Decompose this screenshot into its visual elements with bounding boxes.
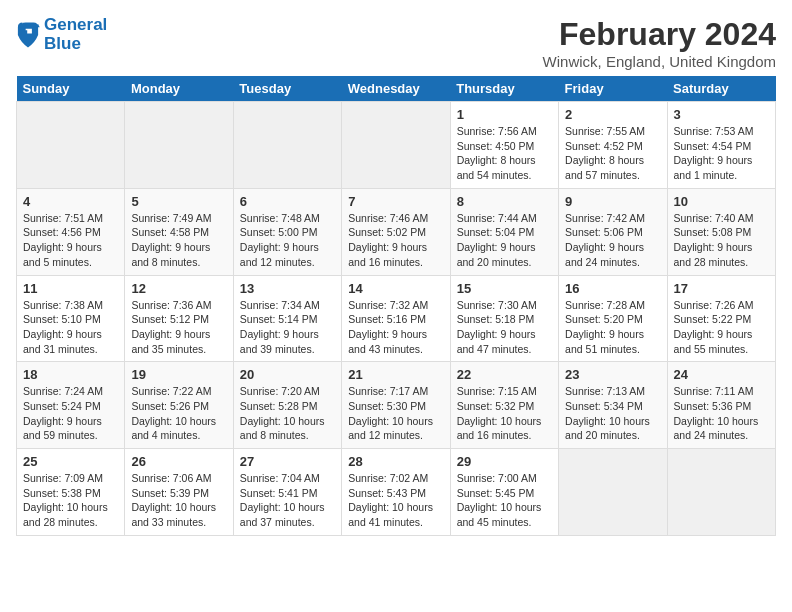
logo-text: General Blue [44,16,107,53]
header-tuesday: Tuesday [233,76,341,102]
day-number: 15 [457,281,552,296]
cell-3-1: 19Sunrise: 7:22 AMSunset: 5:26 PMDayligh… [125,362,233,449]
page-header: General Blue February 2024 Winwick, Engl… [16,16,776,70]
week-row-1: 1Sunrise: 7:56 AMSunset: 4:50 PMDaylight… [17,102,776,189]
day-number: 18 [23,367,118,382]
cell-3-6: 24Sunrise: 7:11 AMSunset: 5:36 PMDayligh… [667,362,775,449]
cell-3-2: 20Sunrise: 7:20 AMSunset: 5:28 PMDayligh… [233,362,341,449]
day-info: Sunrise: 7:15 AMSunset: 5:32 PMDaylight:… [457,384,552,443]
day-info: Sunrise: 7:49 AMSunset: 4:58 PMDaylight:… [131,211,226,270]
day-number: 17 [674,281,769,296]
cell-1-0: 4Sunrise: 7:51 AMSunset: 4:56 PMDaylight… [17,188,125,275]
logo-icon [16,21,40,49]
cell-0-6: 3Sunrise: 7:53 AMSunset: 4:54 PMDaylight… [667,102,775,189]
day-number: 4 [23,194,118,209]
cell-0-0 [17,102,125,189]
header-sunday: Sunday [17,76,125,102]
day-info: Sunrise: 7:51 AMSunset: 4:56 PMDaylight:… [23,211,118,270]
day-number: 12 [131,281,226,296]
logo: General Blue [16,16,107,53]
day-number: 25 [23,454,118,469]
day-number: 20 [240,367,335,382]
cell-1-5: 9Sunrise: 7:42 AMSunset: 5:06 PMDaylight… [559,188,667,275]
day-number: 21 [348,367,443,382]
header-friday: Friday [559,76,667,102]
cell-2-0: 11Sunrise: 7:38 AMSunset: 5:10 PMDayligh… [17,275,125,362]
header-thursday: Thursday [450,76,558,102]
day-number: 19 [131,367,226,382]
cell-3-3: 21Sunrise: 7:17 AMSunset: 5:30 PMDayligh… [342,362,450,449]
day-number: 2 [565,107,660,122]
cell-2-2: 13Sunrise: 7:34 AMSunset: 5:14 PMDayligh… [233,275,341,362]
cell-0-4: 1Sunrise: 7:56 AMSunset: 4:50 PMDaylight… [450,102,558,189]
cell-1-1: 5Sunrise: 7:49 AMSunset: 4:58 PMDaylight… [125,188,233,275]
week-row-2: 4Sunrise: 7:51 AMSunset: 4:56 PMDaylight… [17,188,776,275]
day-info: Sunrise: 7:48 AMSunset: 5:00 PMDaylight:… [240,211,335,270]
day-info: Sunrise: 7:34 AMSunset: 5:14 PMDaylight:… [240,298,335,357]
cell-2-6: 17Sunrise: 7:26 AMSunset: 5:22 PMDayligh… [667,275,775,362]
cell-0-5: 2Sunrise: 7:55 AMSunset: 4:52 PMDaylight… [559,102,667,189]
day-info: Sunrise: 7:30 AMSunset: 5:18 PMDaylight:… [457,298,552,357]
cell-3-5: 23Sunrise: 7:13 AMSunset: 5:34 PMDayligh… [559,362,667,449]
cell-1-6: 10Sunrise: 7:40 AMSunset: 5:08 PMDayligh… [667,188,775,275]
cell-4-4: 29Sunrise: 7:00 AMSunset: 5:45 PMDayligh… [450,449,558,536]
day-info: Sunrise: 7:44 AMSunset: 5:04 PMDaylight:… [457,211,552,270]
day-number: 11 [23,281,118,296]
cell-0-1 [125,102,233,189]
day-info: Sunrise: 7:26 AMSunset: 5:22 PMDaylight:… [674,298,769,357]
day-info: Sunrise: 7:36 AMSunset: 5:12 PMDaylight:… [131,298,226,357]
week-row-3: 11Sunrise: 7:38 AMSunset: 5:10 PMDayligh… [17,275,776,362]
cell-0-3 [342,102,450,189]
day-number: 26 [131,454,226,469]
day-number: 28 [348,454,443,469]
day-info: Sunrise: 7:28 AMSunset: 5:20 PMDaylight:… [565,298,660,357]
day-info: Sunrise: 7:32 AMSunset: 5:16 PMDaylight:… [348,298,443,357]
day-number: 5 [131,194,226,209]
calendar-header: SundayMondayTuesdayWednesdayThursdayFrid… [17,76,776,102]
day-info: Sunrise: 7:40 AMSunset: 5:08 PMDaylight:… [674,211,769,270]
day-number: 27 [240,454,335,469]
cell-2-5: 16Sunrise: 7:28 AMSunset: 5:20 PMDayligh… [559,275,667,362]
day-info: Sunrise: 7:13 AMSunset: 5:34 PMDaylight:… [565,384,660,443]
header-row: SundayMondayTuesdayWednesdayThursdayFrid… [17,76,776,102]
day-info: Sunrise: 7:02 AMSunset: 5:43 PMDaylight:… [348,471,443,530]
day-info: Sunrise: 7:24 AMSunset: 5:24 PMDaylight:… [23,384,118,443]
day-info: Sunrise: 7:53 AMSunset: 4:54 PMDaylight:… [674,124,769,183]
day-number: 7 [348,194,443,209]
day-number: 10 [674,194,769,209]
day-info: Sunrise: 7:20 AMSunset: 5:28 PMDaylight:… [240,384,335,443]
day-number: 22 [457,367,552,382]
cell-3-0: 18Sunrise: 7:24 AMSunset: 5:24 PMDayligh… [17,362,125,449]
cell-4-3: 28Sunrise: 7:02 AMSunset: 5:43 PMDayligh… [342,449,450,536]
header-wednesday: Wednesday [342,76,450,102]
day-info: Sunrise: 7:46 AMSunset: 5:02 PMDaylight:… [348,211,443,270]
day-number: 6 [240,194,335,209]
day-number: 29 [457,454,552,469]
day-info: Sunrise: 7:17 AMSunset: 5:30 PMDaylight:… [348,384,443,443]
title-block: February 2024 Winwick, England, United K… [543,16,776,70]
cell-4-0: 25Sunrise: 7:09 AMSunset: 5:38 PMDayligh… [17,449,125,536]
day-number: 9 [565,194,660,209]
subtitle: Winwick, England, United Kingdom [543,53,776,70]
week-row-4: 18Sunrise: 7:24 AMSunset: 5:24 PMDayligh… [17,362,776,449]
cell-4-5 [559,449,667,536]
cell-1-4: 8Sunrise: 7:44 AMSunset: 5:04 PMDaylight… [450,188,558,275]
day-number: 14 [348,281,443,296]
header-monday: Monday [125,76,233,102]
cell-4-2: 27Sunrise: 7:04 AMSunset: 5:41 PMDayligh… [233,449,341,536]
day-number: 3 [674,107,769,122]
day-info: Sunrise: 7:55 AMSunset: 4:52 PMDaylight:… [565,124,660,183]
calendar-body: 1Sunrise: 7:56 AMSunset: 4:50 PMDaylight… [17,102,776,536]
cell-2-1: 12Sunrise: 7:36 AMSunset: 5:12 PMDayligh… [125,275,233,362]
cell-2-4: 15Sunrise: 7:30 AMSunset: 5:18 PMDayligh… [450,275,558,362]
cell-4-1: 26Sunrise: 7:06 AMSunset: 5:39 PMDayligh… [125,449,233,536]
day-number: 24 [674,367,769,382]
header-saturday: Saturday [667,76,775,102]
day-number: 16 [565,281,660,296]
cell-1-3: 7Sunrise: 7:46 AMSunset: 5:02 PMDaylight… [342,188,450,275]
day-info: Sunrise: 7:22 AMSunset: 5:26 PMDaylight:… [131,384,226,443]
day-info: Sunrise: 7:06 AMSunset: 5:39 PMDaylight:… [131,471,226,530]
day-info: Sunrise: 7:04 AMSunset: 5:41 PMDaylight:… [240,471,335,530]
day-info: Sunrise: 7:38 AMSunset: 5:10 PMDaylight:… [23,298,118,357]
calendar-table: SundayMondayTuesdayWednesdayThursdayFrid… [16,76,776,536]
